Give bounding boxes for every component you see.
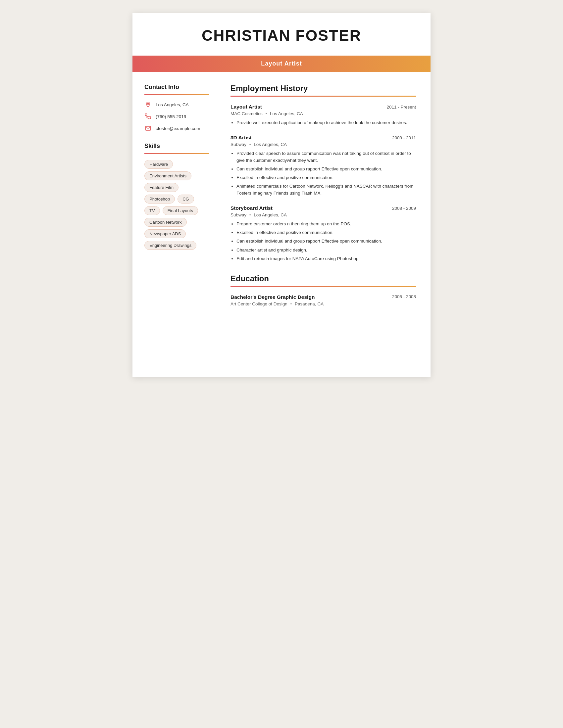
phone-icon <box>144 113 152 120</box>
skill-tag: Hardware <box>144 160 173 169</box>
education-divider <box>230 286 416 287</box>
employment-divider <box>230 96 416 97</box>
job-bullet: Excelled in effective and positive commu… <box>236 229 416 236</box>
skills-tags-container: HardwareEnvironment ArtistsFeature FilmP… <box>144 160 209 250</box>
edu-dates: 2005 - 2008 <box>392 294 416 299</box>
job-entry: Layout Artist2011 - PresentMAC Cosmetics… <box>230 104 416 126</box>
title-bar: Layout Artist <box>132 56 431 72</box>
sidebar: Contact Info Los Angeles, CA <box>132 72 218 330</box>
employment-section: Employment History Layout Artist2011 - P… <box>230 84 416 262</box>
resume-container: CHRISTIAN FOSTER Layout Artist Contact I… <box>132 13 431 377</box>
edu-entry: Bachelor's Degree Graphic DesignArt Cent… <box>230 294 416 306</box>
job-company: Subway • Los Angeles, CA <box>230 142 416 147</box>
skills-section: Skills HardwareEnvironment ArtistsFeatur… <box>144 143 209 250</box>
candidate-title: Layout Artist <box>261 60 302 67</box>
job-entry: Storyboard Artist2008 - 2009Subway • Los… <box>230 205 416 262</box>
job-company: MAC Cosmetics • Los Angeles, CA <box>230 111 416 116</box>
edu-degree: Bachelor's Degree Graphic Design <box>230 294 324 300</box>
job-bullets: Provide well executed application of mak… <box>230 119 416 126</box>
resume-body: Contact Info Los Angeles, CA <box>132 72 431 330</box>
skill-tag: Cartoon Network <box>144 218 187 227</box>
job-bullet: Provide well executed application of mak… <box>236 119 416 126</box>
job-bullet: Prepare customer orders n then ring them… <box>236 221 416 227</box>
skills-divider <box>144 153 209 154</box>
email-icon <box>144 125 152 132</box>
svg-point-0 <box>147 103 149 105</box>
location-icon <box>144 101 152 108</box>
job-header: Layout Artist2011 - Present <box>230 104 416 110</box>
contact-divider <box>144 94 209 95</box>
job-dates: 2011 - Present <box>387 105 416 110</box>
job-entry: 3D Artist2009 - 2011Subway • Los Angeles… <box>230 135 416 197</box>
email-text: cfoster@example.com <box>156 126 200 131</box>
skill-tag: Final Layouts <box>163 206 198 215</box>
skill-tag: CG <box>177 195 194 204</box>
contact-section: Contact Info Los Angeles, CA <box>144 84 209 132</box>
education-heading: Education <box>230 274 416 283</box>
skill-tag: Newspaper ADS <box>144 229 186 238</box>
job-bullet: Can establish individual and group rappo… <box>236 166 416 172</box>
job-dates: 2008 - 2009 <box>392 206 416 211</box>
skill-tag: Photoshop <box>144 195 175 204</box>
job-company: Subway • Los Angeles, CA <box>230 212 416 217</box>
candidate-name: CHRISTIAN FOSTER <box>132 26 431 44</box>
resume-header: CHRISTIAN FOSTER <box>132 13 431 51</box>
education-section: Education Bachelor's Degree Graphic Desi… <box>230 274 416 306</box>
contact-section-heading: Contact Info <box>144 84 209 91</box>
skill-tag: Environment Artists <box>144 171 191 180</box>
job-bullets: Provided clear speech to assure communic… <box>230 150 416 197</box>
phone-text: (760) 555-2019 <box>156 114 186 119</box>
skill-tag: Engineering Drawings <box>144 241 196 250</box>
edu-info: Bachelor's Degree Graphic DesignArt Cent… <box>230 294 324 306</box>
job-bullet: Character artist and graphic design. <box>236 247 416 253</box>
skills-section-heading: Skills <box>144 143 209 150</box>
edu-school: Art Center College of Design • Pasadena,… <box>230 301 324 306</box>
job-title: 3D Artist <box>230 135 252 141</box>
job-title: Layout Artist <box>230 104 262 110</box>
phone-item: (760) 555-2019 <box>144 113 209 120</box>
location-item: Los Angeles, CA <box>144 101 209 108</box>
job-bullet: Provided clear speech to assure communic… <box>236 150 416 164</box>
job-bullet: Can establish individual and group rappo… <box>236 238 416 245</box>
job-bullet: Animated commercials for Cartoon Network… <box>236 183 416 197</box>
skill-tag: TV <box>144 206 160 215</box>
main-content: Employment History Layout Artist2011 - P… <box>218 72 431 330</box>
education-container: Bachelor's Degree Graphic DesignArt Cent… <box>230 294 416 306</box>
job-header: 3D Artist2009 - 2011 <box>230 135 416 141</box>
job-title: Storyboard Artist <box>230 205 272 211</box>
job-header: Storyboard Artist2008 - 2009 <box>230 205 416 211</box>
job-dates: 2009 - 2011 <box>392 135 416 140</box>
location-text: Los Angeles, CA <box>156 102 189 107</box>
skill-tag: Feature Film <box>144 183 178 192</box>
job-bullet: Excelled in effective and positive commu… <box>236 174 416 181</box>
employment-heading: Employment History <box>230 84 416 93</box>
email-item: cfoster@example.com <box>144 125 209 132</box>
jobs-container: Layout Artist2011 - PresentMAC Cosmetics… <box>230 104 416 262</box>
job-bullet: Edit and retouch images for NAPA AutoCar… <box>236 255 416 262</box>
job-bullets: Prepare customer orders n then ring them… <box>230 221 416 262</box>
